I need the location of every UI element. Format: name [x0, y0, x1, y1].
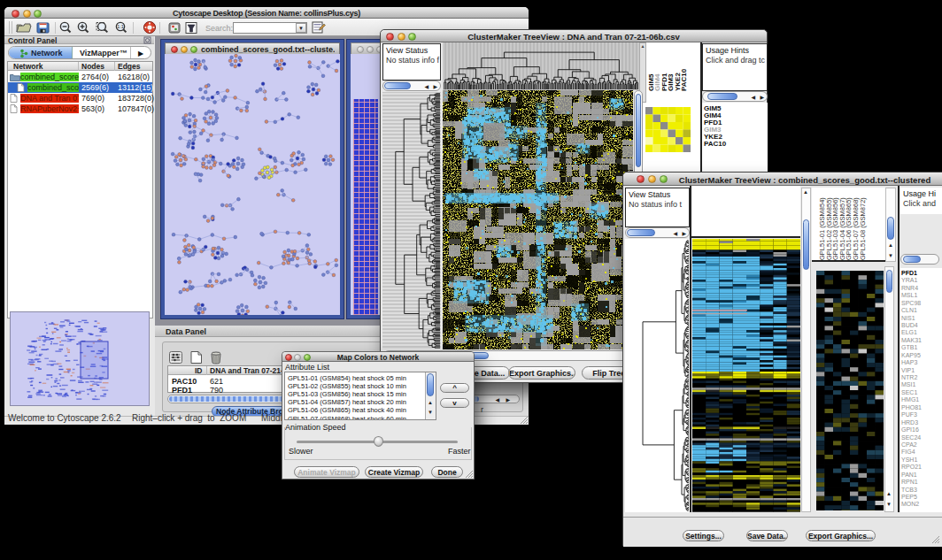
svg-text:PAC10: PAC10: [680, 68, 688, 91]
svg-text:GPL51-08 (GSM872): GPL51-08 (GSM872): [859, 197, 867, 260]
svg-text:1:1: 1:1: [117, 24, 124, 29]
